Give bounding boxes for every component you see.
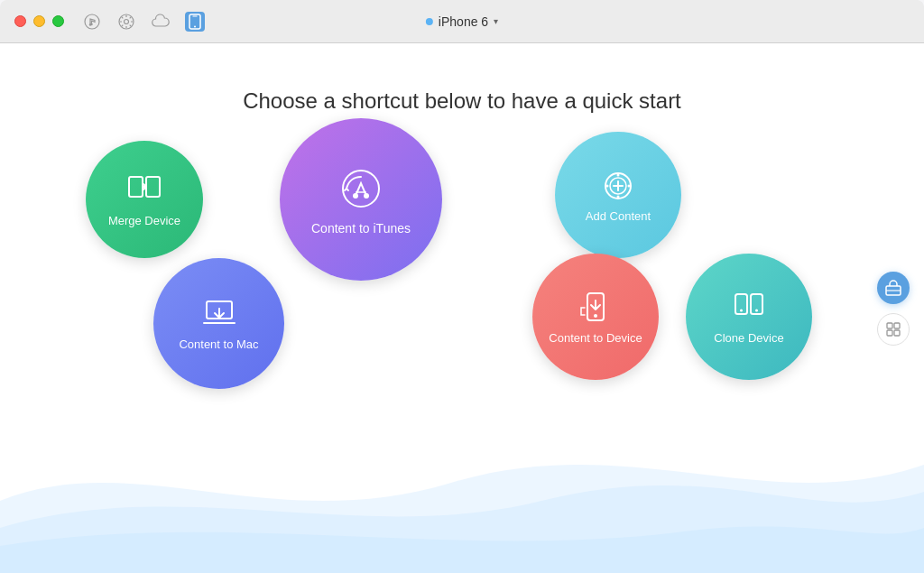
svg-rect-34 (894, 330, 900, 336)
page-title: Choose a shortcut below to have a quick … (0, 43, 924, 114)
content-to-mac-label: Content to Mac (179, 337, 258, 351)
svg-point-6 (194, 25, 196, 27)
svg-point-20 (628, 184, 631, 187)
svg-point-19 (606, 184, 609, 187)
content-to-itunes-button[interactable]: Content to iTunes (280, 118, 442, 281)
svg-point-12 (364, 193, 369, 199)
add-content-label: Add Content (586, 209, 651, 223)
title-bar: iPhone 6 ▾ (0, 0, 924, 43)
close-button[interactable] (14, 15, 26, 27)
traffic-lights (14, 15, 64, 27)
clone-device-label: Clone Device (714, 331, 783, 345)
minimize-button[interactable] (33, 15, 45, 27)
maximize-button[interactable] (52, 15, 64, 27)
svg-point-11 (353, 193, 358, 199)
side-buttons (877, 272, 910, 346)
svg-point-28 (755, 309, 758, 311)
svg-rect-31 (887, 323, 892, 328)
svg-rect-33 (887, 330, 892, 336)
svg-point-18 (617, 195, 620, 198)
device-name: iPhone 6 (439, 14, 488, 29)
svg-point-24 (594, 314, 597, 318)
toolbar-icons (82, 12, 205, 32)
toolbox-button[interactable] (877, 272, 910, 304)
cloud-icon[interactable] (151, 12, 171, 32)
svg-point-2 (90, 23, 92, 24)
device-indicator (426, 18, 433, 25)
svg-rect-8 (129, 177, 143, 197)
grid-button[interactable] (877, 313, 910, 346)
music-icon[interactable] (82, 12, 102, 32)
content-to-itunes-label: Content to iTunes (311, 221, 411, 236)
title-center[interactable]: iPhone 6 ▾ (426, 14, 498, 29)
add-content-button[interactable]: Add Content (555, 132, 681, 258)
merge-device-button[interactable]: Merge Device (86, 141, 203, 258)
phone-icon[interactable] (185, 12, 205, 32)
device-dropdown-arrow: ▾ (494, 16, 498, 26)
svg-rect-9 (146, 177, 160, 197)
svg-rect-32 (894, 323, 900, 328)
merge-device-label: Merge Device (108, 214, 180, 227)
main-content: Choose a shortcut below to have a quick … (0, 43, 924, 573)
svg-point-4 (125, 19, 129, 23)
clone-device-button[interactable]: Clone Device (686, 254, 812, 380)
svg-point-17 (617, 173, 620, 176)
shortcuts-area: Merge Device Content to iTunes (0, 114, 924, 544)
content-to-mac-button[interactable]: Content to Mac (153, 258, 284, 389)
content-to-device-label: Content to Device (549, 331, 642, 345)
settings-icon[interactable] (116, 12, 136, 32)
svg-point-26 (740, 309, 743, 311)
content-to-device-button[interactable]: Content to Device (532, 254, 659, 380)
